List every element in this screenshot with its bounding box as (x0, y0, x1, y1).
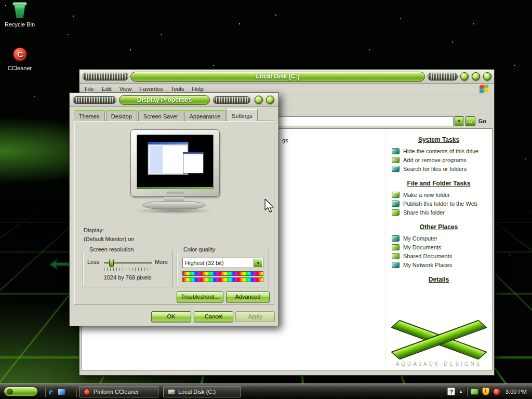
desktop-icon-recycle-bin[interactable]: Recycle Bin (1, 2, 38, 28)
close-button[interactable] (266, 96, 274, 104)
taskbar-divider (76, 387, 76, 397)
watermark-text: AQUAJACK DESIGNS (385, 361, 492, 367)
maximize-button[interactable] (472, 72, 480, 81)
chevron-down-icon[interactable] (254, 259, 262, 267)
more-label: More (155, 259, 168, 265)
advanced-button[interactable]: Advanced (226, 291, 270, 302)
menu-favorites[interactable]: Favorites (139, 86, 163, 92)
my-documents-icon (392, 244, 400, 250)
shared-documents-icon (392, 253, 400, 259)
alert-icon[interactable] (493, 388, 500, 395)
titlebar-coil-decoration (428, 73, 458, 81)
help-icon[interactable] (447, 388, 455, 395)
color-spectrum-preview (182, 277, 263, 282)
color-spectrum-preview (182, 271, 263, 276)
minimize-button[interactable] (460, 72, 469, 81)
titlebar-coil-decoration (73, 96, 116, 104)
help-button[interactable] (255, 96, 263, 104)
troubleshoot-button[interactable]: Troubleshoot... (177, 291, 223, 302)
menu-tools[interactable]: Tools (171, 86, 184, 92)
task-add-remove-programs[interactable]: Add or remove programs (385, 156, 492, 165)
task-publish-web[interactable]: Publish this folder to the Web (385, 200, 492, 208)
other-places-section: Other Places My Computer My Documents Sh… (385, 223, 492, 270)
ccleaner-icon (84, 389, 90, 395)
system-tray: 3:00 PM (443, 384, 531, 399)
cancel-button[interactable]: Cancel (194, 311, 233, 322)
task-search[interactable]: Search for files or folders (385, 165, 492, 174)
ok-button[interactable]: OK (151, 311, 191, 322)
titlebar-coil-decoration (83, 73, 128, 81)
aquajack-x-logo (387, 321, 491, 358)
task-pane: System Tasks Hide the contents of this d… (385, 129, 492, 370)
desktop-icon-label: Recycle Bin (1, 21, 38, 28)
apply-button: Apply (235, 311, 275, 322)
start-button[interactable] (4, 387, 38, 396)
taskbar-task-ccleaner[interactable]: Piriform CCleaner (79, 386, 158, 397)
color-quality-legend: Color quality (181, 246, 217, 252)
network-icon[interactable] (471, 389, 478, 395)
screen-resolution-legend: Screen resolution (87, 246, 136, 252)
less-label: Less (87, 259, 99, 265)
system-tasks-header[interactable]: System Tasks (385, 136, 492, 143)
windows-logo-icon (480, 85, 489, 94)
color-quality-select[interactable]: Highest (32 bit) (182, 258, 263, 268)
taskbar-task-local-disk[interactable]: Local Disk (C:) (163, 386, 241, 397)
titlebar-coil-decoration (213, 96, 250, 104)
publish-web-icon (392, 201, 400, 207)
settings-tab-panel: Display: (Default Monitor) on Screen res… (74, 121, 274, 305)
screen-resolution-group: Screen resolution Less More 1024 by 768 … (83, 250, 172, 287)
menu-file[interactable]: File (85, 86, 94, 92)
go-button[interactable]: Go (478, 118, 486, 124)
explorer-title-pill: Local Disk (C:) (130, 72, 425, 82)
resolution-slider-thumb[interactable] (109, 259, 114, 267)
taskbar: Piriform CCleaner Local Disk (C:) 3:00 P… (0, 383, 532, 399)
network-places-icon (392, 262, 400, 268)
security-shield-icon[interactable] (482, 388, 489, 395)
internet-explorer-icon[interactable] (49, 387, 52, 396)
link-my-documents[interactable]: My Documents (385, 243, 492, 252)
add-remove-programs-icon (392, 157, 400, 163)
desktop-icon-ccleaner[interactable]: CCleaner (1, 46, 38, 71)
hide-icons-chevron-icon[interactable] (459, 389, 463, 394)
menu-help[interactable]: Help (192, 86, 204, 92)
ccleaner-icon (10, 46, 29, 63)
task-share-folder[interactable]: Share this folder (385, 208, 492, 217)
task-hide-contents[interactable]: Hide the contents of this drive (385, 147, 492, 156)
taskbar-clock: 3:00 PM (506, 389, 527, 395)
tab-themes[interactable]: Themes (74, 110, 105, 121)
menu-edit[interactable]: Edit (102, 86, 112, 92)
dialog-title-pill: Display Properties (119, 95, 210, 105)
other-places-header[interactable]: Other Places (385, 223, 492, 231)
tab-settings[interactable]: Settings (227, 109, 258, 121)
resolution-value: 1024 by 768 pixels (83, 274, 172, 281)
tab-appearance[interactable]: Appearance (184, 110, 225, 121)
explorer-titlebar[interactable]: Local Disk (C:) (79, 70, 494, 84)
go-arrow-icon[interactable] (466, 116, 475, 126)
resolution-slider[interactable] (104, 262, 152, 264)
link-network-places[interactable]: My Network Places (385, 261, 492, 270)
address-dropdown-button[interactable] (455, 116, 463, 126)
file-folder-tasks-header[interactable]: File and Folder Tasks (385, 180, 492, 187)
desktop-icon-label: CCleaner (1, 65, 38, 71)
display-label: Display: (84, 227, 104, 233)
details-header[interactable]: Details (385, 276, 492, 283)
desktop: Recycle Bin CCleaner Local Disk (C:) Fil… (0, 0, 532, 399)
monitor-preview (130, 129, 220, 197)
launcher-icon[interactable] (58, 389, 65, 395)
details-section: Details (385, 276, 492, 283)
tab-screen-saver[interactable]: Screen Saver (138, 110, 183, 121)
my-computer-icon (392, 235, 400, 242)
color-quality-group: Color quality Highest (32 bit) (177, 250, 269, 287)
dialog-titlebar[interactable]: Display Properties (70, 93, 278, 107)
tab-desktop[interactable]: Desktop (106, 110, 137, 121)
file-folder-tasks-section: File and Folder Tasks Make a new folder … (385, 180, 492, 217)
display-properties-dialog: Display Properties Themes Desktop Screen… (69, 92, 279, 326)
task-make-new-folder[interactable]: Make a new folder (385, 191, 492, 200)
close-button[interactable] (483, 72, 491, 81)
menu-view[interactable]: View (119, 86, 132, 92)
link-shared-documents[interactable]: Shared Documents (385, 252, 492, 261)
dialog-tabs: Themes Desktop Screen Saver Appearance S… (74, 109, 259, 121)
explorer-title: Local Disk (C:) (256, 73, 299, 80)
system-tasks-section: System Tasks Hide the contents of this d… (385, 136, 492, 174)
link-my-computer[interactable]: My Computer (385, 234, 492, 243)
